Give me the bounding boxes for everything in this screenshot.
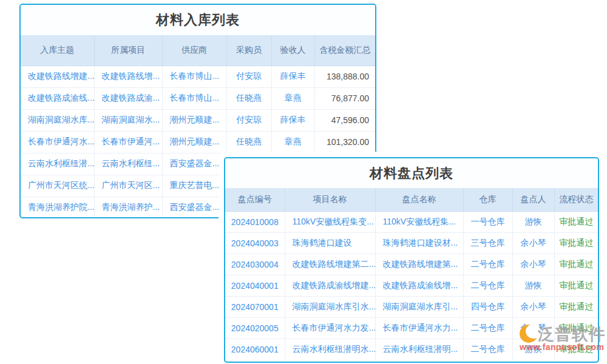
cell-inbound-amount: 76,877.00 bbox=[314, 87, 375, 109]
cell-inbound-supplier[interactable]: 潮州元顺建... bbox=[162, 109, 226, 131]
cell-stocktake-name[interactable]: 改建铁路线增建第... bbox=[375, 254, 463, 275]
cell-inbound-inspector[interactable]: 章燕 bbox=[271, 131, 314, 153]
cell-stocktake-code[interactable]: 2024030004 bbox=[225, 254, 285, 275]
cell-stocktake-taker[interactable]: 余小琴 bbox=[512, 232, 554, 254]
cell-inbound-theme[interactable]: 云南水利枢纽潜... bbox=[21, 153, 94, 175]
status-badge[interactable]: 审批通过 bbox=[554, 232, 598, 254]
cell-inbound-buyer[interactable]: 任晓燕 bbox=[226, 87, 271, 109]
cell-inbound-project[interactable]: 改建铁路成渝... bbox=[94, 87, 162, 109]
col-header-stocktake-status: 流程状态 bbox=[554, 188, 598, 211]
cell-inbound-amount: 101,320.00 bbox=[314, 131, 375, 153]
col-header-stocktake-code: 盘点编号 bbox=[225, 188, 285, 211]
cell-inbound-buyer[interactable]: 付安琼 bbox=[226, 109, 271, 131]
status-badge[interactable]: 审批通过 bbox=[554, 296, 598, 317]
table-row[interactable]: 改建铁路线增建... 改建铁路线增... 长春市博山... 付安琼 薛保丰 13… bbox=[21, 66, 375, 87]
cell-stocktake-code[interactable]: 2024010008 bbox=[225, 211, 285, 232]
cell-inbound-supplier[interactable]: 长春市博山... bbox=[162, 87, 226, 109]
cell-inbound-project[interactable]: 改建铁路线增... bbox=[94, 66, 162, 87]
cell-stocktake-taker[interactable]: 余小琴 bbox=[512, 296, 554, 317]
status-badge[interactable]: 审批通过 bbox=[554, 275, 598, 296]
cell-inbound-project[interactable]: 湖南洞庭湖水... bbox=[94, 109, 162, 131]
cell-stocktake-taker[interactable]: 游恢 bbox=[512, 211, 554, 232]
cell-inbound-project[interactable]: 长春市伊通河... bbox=[94, 131, 162, 153]
col-header-inbound-supplier: 供应商 bbox=[162, 35, 226, 66]
vendor-watermark: 泛普软件 www.fanpusoft.com bbox=[520, 323, 607, 352]
cell-inbound-buyer[interactable]: 任晓燕 bbox=[226, 131, 271, 153]
cell-inbound-theme[interactable]: 湖南洞庭湖水库... bbox=[21, 109, 94, 131]
cell-stocktake-warehouse[interactable]: 四号仓库 bbox=[463, 296, 512, 317]
col-header-inbound-buyer: 采购员 bbox=[226, 35, 271, 66]
cell-inbound-supplier[interactable]: 西安盛器金... bbox=[162, 197, 226, 218]
cell-stocktake-name[interactable]: 珠海鹤港口建设材... bbox=[375, 232, 463, 254]
cell-stocktake-project[interactable]: 改建铁路线增建第二... bbox=[285, 254, 375, 275]
table-row[interactable]: 改建铁路成渝线... 改建铁路成渝... 长春市博山... 任晓燕 章燕 76,… bbox=[21, 87, 375, 109]
cell-inbound-project[interactable]: 青海洪湖养护... bbox=[94, 197, 162, 218]
cell-inbound-theme[interactable]: 青海洪湖养护院... bbox=[21, 197, 94, 218]
cell-inbound-amount: 47,596.00 bbox=[314, 109, 375, 131]
cell-stocktake-taker[interactable]: 余小琴 bbox=[512, 254, 554, 275]
col-header-stocktake-project: 项目名称 bbox=[285, 188, 375, 211]
cell-inbound-theme[interactable]: 改建铁路成渝线... bbox=[21, 87, 94, 109]
stocktake-header-row: 盘点编号 项目名称 盘点名称 仓库 盘点人 流程状态 bbox=[225, 188, 598, 211]
status-badge[interactable]: 审批通过 bbox=[554, 211, 598, 232]
cell-stocktake-name[interactable]: 改建铁路成渝线增... bbox=[375, 275, 463, 296]
inbound-list-title: 材料入库列表 bbox=[21, 5, 375, 35]
cell-inbound-supplier[interactable]: 长春市博山... bbox=[162, 66, 226, 87]
cell-stocktake-code[interactable]: 2024060001 bbox=[225, 339, 285, 360]
cell-stocktake-warehouse[interactable]: 二号仓库 bbox=[463, 275, 512, 296]
cell-stocktake-project[interactable]: 110kV安徽线程集变... bbox=[285, 211, 375, 232]
cell-stocktake-code[interactable]: 2024040001 bbox=[225, 275, 285, 296]
table-row[interactable]: 2024040003 珠海鹤港口建设 珠海鹤港口建设材... 三号仓库 余小琴 … bbox=[225, 232, 598, 254]
fanpu-logo-icon bbox=[520, 324, 538, 345]
cell-stocktake-project[interactable]: 湖南洞庭湖水库引水... bbox=[285, 296, 375, 317]
status-badge[interactable]: 审批通过 bbox=[554, 254, 598, 275]
cell-stocktake-name[interactable]: 湖南洞庭湖水库引... bbox=[375, 296, 463, 317]
col-header-inbound-project: 所属项目 bbox=[94, 35, 162, 66]
col-header-inbound-theme: 入库主题 bbox=[21, 35, 94, 66]
cell-stocktake-code[interactable]: 2024020005 bbox=[225, 317, 285, 339]
cell-stocktake-project[interactable]: 改建铁路成渝线增建... bbox=[285, 275, 375, 296]
col-header-stocktake-name: 盘点名称 bbox=[375, 188, 463, 211]
col-header-stocktake-warehouse: 仓库 bbox=[463, 188, 512, 211]
cell-stocktake-warehouse[interactable]: 二号仓库 bbox=[463, 317, 512, 339]
cell-inbound-inspector[interactable]: 章燕 bbox=[271, 87, 314, 109]
cell-inbound-buyer[interactable]: 付安琼 bbox=[226, 66, 271, 87]
cell-stocktake-name[interactable]: 长春市伊通河水力... bbox=[375, 317, 463, 339]
cell-inbound-supplier[interactable]: 西安盛器金... bbox=[162, 153, 226, 175]
cell-inbound-project[interactable]: 广州市天河区... bbox=[94, 175, 162, 197]
cell-stocktake-warehouse[interactable]: 二号仓库 bbox=[463, 339, 512, 360]
cell-stocktake-warehouse[interactable]: 二号仓库 bbox=[463, 254, 512, 275]
cell-inbound-project[interactable]: 云南水利枢纽... bbox=[94, 153, 162, 175]
cell-inbound-inspector[interactable]: 薛保丰 bbox=[271, 109, 314, 131]
cell-stocktake-taker[interactable]: 游恢 bbox=[512, 275, 554, 296]
cell-stocktake-name[interactable]: 110kV安徽线程集... bbox=[375, 211, 463, 232]
col-header-inbound-amount: 含税金额汇总 bbox=[314, 35, 375, 66]
cell-stocktake-project[interactable]: 云南水利枢纽潜明水... bbox=[285, 339, 375, 360]
table-row[interactable]: 长春市伊通河水... 长春市伊通河... 潮州元顺建... 任晓燕 章燕 101… bbox=[21, 131, 375, 153]
table-row[interactable]: 2024040001 改建铁路成渝线增建... 改建铁路成渝线增... 二号仓库… bbox=[225, 275, 598, 296]
cell-stocktake-project[interactable]: 珠海鹤港口建设 bbox=[285, 232, 375, 254]
cell-stocktake-project[interactable]: 长春市伊通河水力发... bbox=[285, 317, 375, 339]
cell-inbound-theme[interactable]: 广州市天河区统... bbox=[21, 175, 94, 197]
col-header-stocktake-taker: 盘点人 bbox=[512, 188, 554, 211]
table-row[interactable]: 湖南洞庭湖水库... 湖南洞庭湖水... 潮州元顺建... 付安琼 薛保丰 47… bbox=[21, 109, 375, 131]
cell-inbound-theme[interactable]: 改建铁路线增建... bbox=[21, 66, 94, 87]
cell-inbound-supplier[interactable]: 重庆艺普电... bbox=[162, 175, 226, 197]
cell-stocktake-name[interactable]: 云南水利枢纽潜明... bbox=[375, 339, 463, 360]
cell-inbound-inspector[interactable]: 薛保丰 bbox=[271, 66, 314, 87]
cell-stocktake-warehouse[interactable]: 一号仓库 bbox=[463, 211, 512, 232]
watermark-url: www.fanpusoft.com bbox=[520, 342, 607, 352]
table-row[interactable]: 2024070001 湖南洞庭湖水库引水... 湖南洞庭湖水库引... 四号仓库… bbox=[225, 296, 598, 317]
col-header-inbound-inspector: 验收人 bbox=[271, 35, 314, 66]
cell-stocktake-warehouse[interactable]: 三号仓库 bbox=[463, 232, 512, 254]
cell-inbound-theme[interactable]: 长春市伊通河水... bbox=[21, 131, 94, 153]
cell-inbound-amount: 138,888.00 bbox=[314, 66, 375, 87]
table-row[interactable]: 2024010008 110kV安徽线程集变... 110kV安徽线程集... … bbox=[225, 211, 598, 232]
table-row[interactable]: 2024030004 改建铁路线增建第二... 改建铁路线增建第... 二号仓库… bbox=[225, 254, 598, 275]
cell-inbound-supplier[interactable]: 潮州元顺建... bbox=[162, 131, 226, 153]
cell-stocktake-code[interactable]: 2024040003 bbox=[225, 232, 285, 254]
stocktake-list-title: 材料盘点列表 bbox=[225, 158, 598, 188]
inbound-header-row: 入库主题 所属项目 供应商 采购员 验收人 含税金额汇总 bbox=[21, 35, 375, 66]
cell-stocktake-code[interactable]: 2024070001 bbox=[225, 296, 285, 317]
